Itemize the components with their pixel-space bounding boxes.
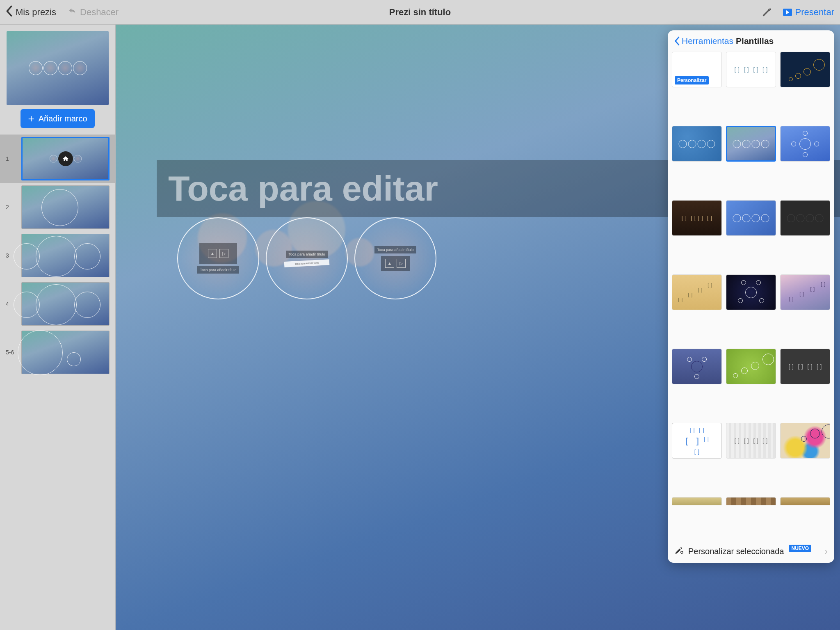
frame-title-placeholder: Toca para añadir título [286, 251, 327, 258]
present-button[interactable]: Presentar [783, 7, 834, 18]
template-chalkboard[interactable]: [][][][] [780, 349, 830, 384]
frame-thumbnail [21, 331, 110, 374]
frame-list: 1 2 3 [0, 135, 115, 377]
template-dark-dots[interactable] [780, 200, 830, 236]
template-planks[interactable] [726, 497, 776, 505]
template-map[interactable] [780, 497, 830, 505]
chevron-left-icon [6, 5, 13, 19]
template-brackets-blue[interactable]: [][][ ][][] [672, 423, 722, 459]
present-label: Presentar [795, 7, 834, 18]
tools-button[interactable] [761, 6, 772, 19]
canvas-frame[interactable]: Toca para añadir título ▲▷ [354, 217, 436, 299]
popover-back-button[interactable]: Herramientas [674, 36, 733, 46]
canvas-frame[interactable]: ▲▷ Toca para añadir título [177, 217, 259, 299]
customize-selected-button[interactable]: Personalizar seleccionada NUEVO › [668, 540, 834, 563]
customize-badge: Personalizar [675, 76, 709, 84]
add-frame-label: Añadir marco [39, 114, 87, 123]
back-label: Mis prezis [16, 7, 56, 18]
frame-row[interactable]: 2 [0, 183, 115, 231]
undo-label: Deshacer [80, 7, 119, 18]
template-blue-orbit[interactable] [780, 126, 830, 162]
template-polygon[interactable] [726, 200, 776, 236]
template-wood[interactable]: [][[]][] [672, 200, 722, 236]
frame-number: 2 [6, 204, 16, 210]
template-rain[interactable] [672, 126, 722, 162]
chevron-left-icon [674, 37, 680, 46]
home-icon [58, 151, 73, 166]
overview-thumbnail[interactable] [7, 31, 109, 105]
template-custom[interactable]: Personalizar [672, 52, 722, 87]
template-sunset[interactable]: [] [] [] [] [780, 274, 830, 310]
template-space[interactable] [726, 274, 776, 310]
frame-thumbnail [21, 234, 110, 277]
template-bokeh-selected[interactable] [726, 126, 776, 162]
frame-title-placeholder: Toca para añadir título [374, 246, 416, 253]
plus-icon: + [28, 113, 34, 124]
new-badge: NUEVO [789, 545, 811, 552]
template-sand[interactable]: [] [] [] [] [672, 274, 722, 310]
undo-icon [68, 7, 77, 18]
sidebar: + Añadir marco 1 2 3 [0, 25, 116, 630]
template-navy-circles[interactable] [780, 52, 830, 87]
undo-button[interactable]: Deshacer [68, 7, 119, 18]
popover-header: Herramientas Plantillas [668, 30, 834, 52]
add-frame-button[interactable]: + Añadir marco [21, 109, 94, 128]
template-leaf[interactable] [726, 349, 776, 384]
frame-title-placeholder: Toca para añadir título [197, 266, 239, 274]
template-brackets-light[interactable]: [][][][] [726, 52, 776, 87]
template-stripes[interactable]: [][][][] [726, 423, 776, 459]
document-title[interactable]: Prezi sin título [389, 7, 451, 18]
frame-row[interactable]: 1 [0, 135, 115, 183]
frame-number: 1 [6, 155, 16, 162]
present-icon [783, 9, 792, 16]
frame-row[interactable]: 4 [0, 280, 115, 328]
frame-row[interactable]: 3 [0, 231, 115, 280]
wrench-icon [761, 11, 772, 18]
media-placeholder: ▲▷ [381, 256, 410, 271]
frame-text-placeholder: Toca para añadir texto [284, 259, 330, 267]
title-placeholder: Toca para editar [168, 169, 438, 208]
back-to-prezis-button[interactable]: Mis prezis [6, 5, 56, 19]
canvas-frames: ▲▷ Toca para añadir título Toca para aña… [177, 217, 387, 299]
frame-thumbnail [21, 185, 110, 229]
customize-selected-label: Personalizar seleccionada [688, 547, 784, 556]
toolbar: Mis prezis Deshacer Prezi sin título Pre… [0, 0, 840, 25]
frame-thumbnail [21, 137, 110, 180]
templates-popover: Herramientas Plantillas Personalizar [][… [668, 30, 834, 563]
template-grid[interactable]: Personalizar [][][][] [668, 52, 834, 540]
template-color-bokeh[interactable] [780, 423, 830, 459]
media-placeholder: ▲▷ [199, 243, 237, 264]
frame-thumbnail [21, 282, 110, 326]
frame-row[interactable]: 5-6 [0, 328, 115, 377]
popover-title: Plantillas [736, 36, 774, 46]
canvas-frame[interactable]: Toca para añadir título Toca para añadir… [266, 217, 348, 299]
template-indigo[interactable] [672, 349, 722, 384]
chevron-right-icon: › [825, 546, 828, 557]
template-gold[interactable] [672, 497, 722, 505]
customize-icon [674, 546, 683, 557]
popover-back-label: Herramientas [682, 36, 733, 46]
frame-number: 5-6 [6, 349, 16, 356]
